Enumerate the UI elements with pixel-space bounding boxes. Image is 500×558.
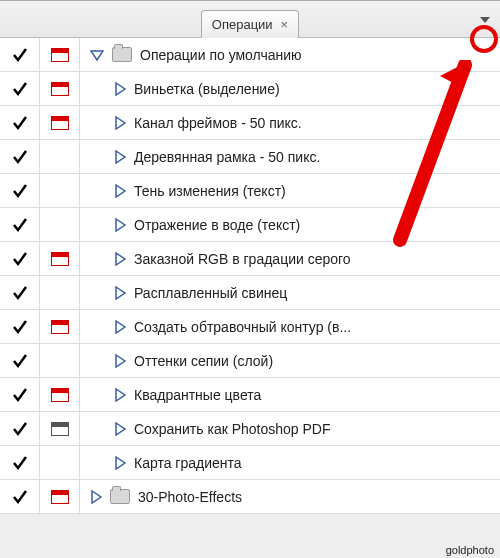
row-content[interactable]: Тень изменения (текст): [80, 174, 500, 207]
action-row[interactable]: Канал фреймов - 50 пикс.: [0, 106, 500, 140]
action-row[interactable]: Карта градиента: [0, 446, 500, 480]
checkmark-icon: [11, 488, 29, 506]
row-content[interactable]: Расплавленный свинец: [80, 276, 500, 309]
row-content[interactable]: Виньетка (выделение): [80, 72, 500, 105]
toggle-column[interactable]: [0, 208, 40, 241]
action-row[interactable]: Виньетка (выделение): [0, 72, 500, 106]
toggle-column[interactable]: [0, 310, 40, 343]
svg-marker-3: [116, 117, 125, 129]
toggle-column[interactable]: [0, 38, 40, 71]
dialog-column[interactable]: [40, 310, 80, 343]
dialog-icon: [51, 82, 69, 96]
toggle-column[interactable]: [0, 344, 40, 377]
row-content[interactable]: Карта градиента: [80, 446, 500, 479]
svg-marker-12: [116, 423, 125, 435]
row-label: Сохранить как Photoshop PDF: [134, 421, 331, 437]
checkmark-icon: [11, 80, 29, 98]
toggle-column[interactable]: [0, 480, 40, 513]
row-content[interactable]: Заказной RGB в градации серого: [80, 242, 500, 275]
action-row[interactable]: Заказной RGB в градации серого: [0, 242, 500, 276]
row-content[interactable]: Сохранить как Photoshop PDF: [80, 412, 500, 445]
checkmark-icon: [11, 420, 29, 438]
disclosure-down-icon: [90, 49, 104, 61]
dialog-column[interactable]: [40, 140, 80, 173]
disclosure-right-icon: [114, 456, 126, 470]
panel-flyout-menu-button[interactable]: [478, 15, 492, 25]
dialog-column[interactable]: [40, 208, 80, 241]
toggle-column[interactable]: [0, 174, 40, 207]
checkmark-icon: [11, 46, 29, 64]
action-row[interactable]: Квадрантные цвета: [0, 378, 500, 412]
checkmark-icon: [11, 216, 29, 234]
row-label: Карта градиента: [134, 455, 242, 471]
dialog-column[interactable]: [40, 106, 80, 139]
disclosure-right-icon: [114, 354, 126, 368]
svg-marker-6: [116, 219, 125, 231]
dialog-column[interactable]: [40, 446, 80, 479]
toggle-column[interactable]: [0, 242, 40, 275]
toggle-column[interactable]: [0, 106, 40, 139]
action-row[interactable]: Сохранить как Photoshop PDF: [0, 412, 500, 446]
dialog-column[interactable]: [40, 276, 80, 309]
checkmark-icon: [11, 148, 29, 166]
dialog-column[interactable]: [40, 412, 80, 445]
row-content[interactable]: Операции по умолчанию: [80, 38, 500, 71]
dialog-column[interactable]: [40, 480, 80, 513]
row-content[interactable]: Деревянная рамка - 50 пикс.: [80, 140, 500, 173]
checkmark-icon: [11, 454, 29, 472]
dialog-column[interactable]: [40, 72, 80, 105]
dialog-icon: [51, 48, 69, 62]
toggle-column[interactable]: [0, 276, 40, 309]
disclosure-right-icon: [114, 150, 126, 164]
dialog-column[interactable]: [40, 378, 80, 411]
row-content[interactable]: Квадрантные цвета: [80, 378, 500, 411]
dialog-column[interactable]: [40, 242, 80, 275]
row-content[interactable]: Оттенки сепии (слой): [80, 344, 500, 377]
panel-tab-actions[interactable]: Операции ×: [201, 10, 299, 38]
folder-icon: [112, 47, 132, 62]
row-label: Деревянная рамка - 50 пикс.: [134, 149, 320, 165]
checkmark-icon: [11, 182, 29, 200]
checkmark-icon: [11, 284, 29, 302]
svg-marker-2: [116, 83, 125, 95]
action-set-row[interactable]: Операции по умолчанию: [0, 38, 500, 72]
tab-close-icon[interactable]: ×: [281, 17, 289, 32]
disclosure-right-icon: [90, 490, 102, 504]
row-content[interactable]: Отражение в воде (текст): [80, 208, 500, 241]
row-label: Оттенки сепии (слой): [134, 353, 273, 369]
action-row[interactable]: Отражение в воде (текст): [0, 208, 500, 242]
action-set-row[interactable]: 30-Photo-Effects: [0, 480, 500, 514]
toggle-column[interactable]: [0, 140, 40, 173]
action-row[interactable]: Деревянная рамка - 50 пикс.: [0, 140, 500, 174]
dialog-icon: [51, 388, 69, 402]
dialog-column[interactable]: [40, 344, 80, 377]
watermark-text: goldphoto: [446, 544, 494, 556]
svg-marker-7: [116, 253, 125, 265]
row-label: Расплавленный свинец: [134, 285, 287, 301]
checkmark-icon: [11, 114, 29, 132]
row-label: Виньетка (выделение): [134, 81, 280, 97]
row-label: Создать обтравочный контур (в...: [134, 319, 351, 335]
row-content[interactable]: Канал фреймов - 50 пикс.: [80, 106, 500, 139]
row-label: Операции по умолчанию: [140, 47, 302, 63]
checkmark-icon: [11, 352, 29, 370]
toggle-column[interactable]: [0, 446, 40, 479]
action-row[interactable]: Расплавленный свинец: [0, 276, 500, 310]
disclosure-right-icon: [114, 218, 126, 232]
row-content[interactable]: Создать обтравочный контур (в...: [80, 310, 500, 343]
action-row[interactable]: Тень изменения (текст): [0, 174, 500, 208]
row-label: Тень изменения (текст): [134, 183, 286, 199]
action-row[interactable]: Оттенки сепии (слой): [0, 344, 500, 378]
svg-marker-14: [92, 491, 101, 503]
toggle-column[interactable]: [0, 412, 40, 445]
svg-marker-5: [116, 185, 125, 197]
toggle-column[interactable]: [0, 378, 40, 411]
checkmark-icon: [11, 318, 29, 336]
action-row[interactable]: Создать обтравочный контур (в...: [0, 310, 500, 344]
svg-marker-1: [91, 51, 103, 60]
dialog-column[interactable]: [40, 38, 80, 71]
dialog-column[interactable]: [40, 174, 80, 207]
dialog-icon: [51, 252, 69, 266]
toggle-column[interactable]: [0, 72, 40, 105]
row-content[interactable]: 30-Photo-Effects: [80, 480, 500, 513]
